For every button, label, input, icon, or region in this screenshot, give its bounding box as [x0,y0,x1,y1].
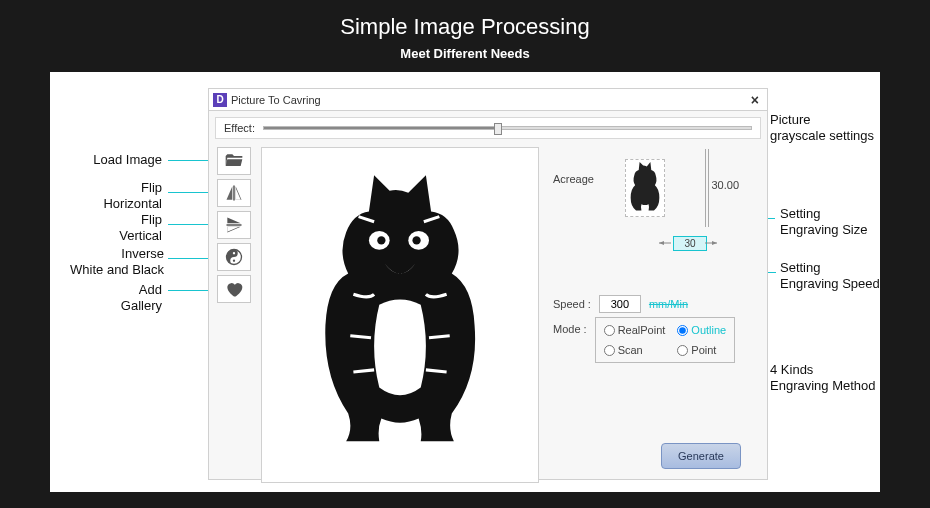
dialog-title: Picture To Cavring [231,94,321,106]
svg-point-5 [377,236,385,244]
callout-add-gallery: Add Gallery [52,282,162,313]
speed-input[interactable] [599,295,641,313]
page-title: Simple Image Processing [0,0,930,40]
mode-scan[interactable]: Scan [604,344,666,356]
settings-column: Acreage 30.00 30 [547,147,759,483]
titlebar: D Picture To Cavring × [209,89,767,111]
close-icon[interactable]: × [747,93,763,107]
add-gallery-button[interactable] [217,275,251,303]
effect-label: Effect: [224,122,255,134]
preview-image [295,170,505,460]
mode-point[interactable]: Point [677,344,726,356]
heart-icon [224,279,244,299]
callout-size: Setting Engraving Size [780,206,890,237]
mode-row: Mode : RealPoint Outline Scan Point [553,317,735,363]
inverse-button[interactable] [217,243,251,271]
callout-flip-h: Flip Horizontal [52,180,162,211]
mode-label: Mode : [553,317,587,363]
svg-point-1 [233,252,235,254]
callout-method: 4 Kinds Engraving Method [770,362,890,393]
height-dimension-line [705,149,709,227]
svg-marker-10 [712,241,717,245]
preview-canvas [261,147,539,483]
dialog-window: D Picture To Cavring × Effect: [208,88,768,480]
callout-speed: Setting Engraving Speed [780,260,890,291]
slider-thumb[interactable] [494,123,502,135]
thumbnail-image [627,162,663,214]
panel: Load Image Flip Horizontal Flip Vertical… [50,72,880,492]
mode-options: RealPoint Outline Scan Point [595,317,736,363]
callout-grayscale: Picture grayscale settings [770,112,890,143]
flip-vertical-icon [224,215,244,235]
mode-realpoint[interactable]: RealPoint [604,324,666,336]
svg-point-2 [233,260,235,262]
callout-flip-v: Flip Vertical [52,212,162,243]
acreage-label: Acreage [553,173,594,185]
page-subtitle: Meet Different Needs [0,40,930,73]
speed-row: Speed : mm/Min [553,295,688,313]
effect-slider[interactable] [263,126,752,130]
svg-point-6 [412,236,420,244]
folder-open-icon [224,151,244,171]
flip-horizontal-icon [224,183,244,203]
speed-unit: mm/Min [649,298,688,310]
effect-slider-row: Effect: [215,117,761,139]
load-image-button[interactable] [217,147,251,175]
height-value: 30.00 [711,179,739,191]
acreage-preview: 30.00 30 [613,149,677,227]
callout-inverse: Inverse White and Black [44,246,164,277]
flip-vertical-button[interactable] [217,211,251,239]
flip-horizontal-button[interactable] [217,179,251,207]
generate-button[interactable]: Generate [661,443,741,469]
app-icon: D [213,93,227,107]
width-dimension-line [659,241,717,245]
callout-load-image: Load Image [52,152,162,168]
mode-outline[interactable]: Outline [677,324,726,336]
yin-yang-icon [224,247,244,267]
toolbar [217,147,253,483]
svg-marker-8 [659,241,664,245]
speed-label: Speed : [553,298,591,310]
